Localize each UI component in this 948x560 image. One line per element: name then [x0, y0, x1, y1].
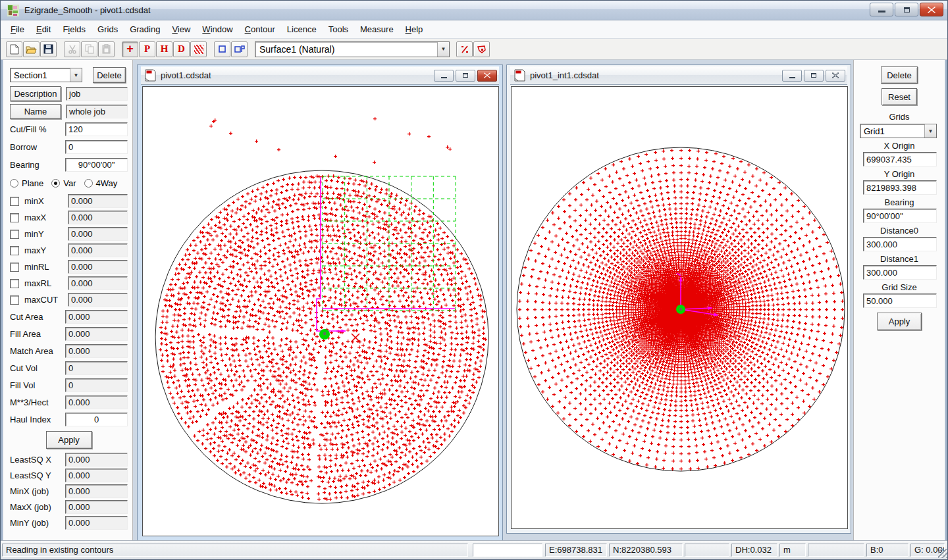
cut-vol-field[interactable]: 0: [65, 361, 128, 375]
m-3-hect-field[interactable]: 0.000: [65, 395, 128, 409]
grid-flag-button[interactable]: [231, 41, 248, 57]
toolbar-plus-button[interactable]: +: [122, 41, 138, 57]
open-file-button[interactable]: [23, 41, 40, 57]
match-area-field[interactable]: 0.000: [65, 344, 128, 358]
grid-size-field[interactable]: 50.000: [863, 293, 937, 308]
menu-fields[interactable]: Fields: [57, 21, 92, 38]
menu-view[interactable]: View: [166, 21, 196, 38]
maxY-checkbox[interactable]: [10, 246, 19, 255]
maxY-field[interactable]: 0.000: [68, 243, 128, 257]
resize-grip[interactable]: [938, 549, 947, 558]
toolbar-P-button[interactable]: P: [139, 41, 155, 57]
distance1-field[interactable]: 300.000: [863, 265, 937, 280]
surface-combo[interactable]: Surface1 (Natural) ▼: [255, 41, 450, 57]
menu-contour[interactable]: Contour: [239, 21, 281, 38]
description-field[interactable]: job: [66, 87, 128, 101]
leastsq-y-field[interactable]: 0.000: [65, 469, 128, 482]
maxRL-checkbox[interactable]: [10, 279, 19, 288]
minX-label: minX: [24, 196, 68, 206]
maxx-job--field[interactable]: 0.000: [65, 500, 128, 514]
cut-button[interactable]: [64, 41, 80, 57]
grid-combo[interactable]: Grid1 ▼: [860, 124, 937, 138]
haul-index-field[interactable]: 0: [65, 413, 128, 426]
grid-square-button[interactable]: [214, 41, 230, 57]
child1-minimize-button[interactable]: [434, 70, 454, 82]
name-field[interactable]: whole job: [66, 105, 128, 118]
menu-help[interactable]: Help: [400, 21, 429, 38]
miny-job--field[interactable]: 0.000: [65, 516, 128, 530]
child2-minimize-button[interactable]: [782, 70, 802, 82]
fill-vol-field[interactable]: 0: [65, 378, 128, 392]
minY-checkbox[interactable]: [10, 230, 19, 239]
bearing-field[interactable]: 90°00'00": [65, 158, 128, 172]
minX-field[interactable]: 0.000: [68, 194, 128, 208]
y-origin-field[interactable]: 8219893.398: [863, 180, 937, 195]
name-button[interactable]: Name: [10, 104, 61, 119]
menu-licence[interactable]: Licence: [281, 21, 323, 38]
restore-button[interactable]: [895, 3, 918, 16]
minx-job--field[interactable]: 0.000: [65, 484, 128, 498]
menu-tools[interactable]: Tools: [323, 21, 354, 38]
bearing-label: Bearing: [10, 160, 65, 170]
toolbar-H-button[interactable]: H: [156, 41, 172, 57]
copy-button[interactable]: [81, 41, 97, 57]
child1-close-button[interactable]: [477, 70, 497, 82]
minX-checkbox[interactable]: [10, 197, 19, 206]
chevron-down-icon[interactable]: ▼: [924, 124, 936, 138]
chevron-down-icon[interactable]: ▼: [70, 68, 82, 82]
menu-grids[interactable]: Grids: [92, 21, 124, 38]
section-combo[interactable]: Section1 ▼: [10, 68, 82, 82]
paste-button[interactable]: [98, 41, 115, 57]
chevron-down-icon[interactable]: ▼: [437, 42, 449, 57]
description-button[interactable]: Description: [10, 86, 61, 101]
maxX-field[interactable]: 0.000: [68, 211, 128, 224]
cut-area-field[interactable]: 0.000: [65, 310, 128, 324]
minRL-checkbox[interactable]: [10, 263, 19, 272]
boundary-button[interactable]: [473, 41, 490, 57]
child1-restore-button[interactable]: [456, 70, 475, 82]
section-apply-button[interactable]: Apply: [46, 431, 92, 449]
x-origin-field[interactable]: 699037.435: [863, 152, 937, 166]
maxX-checkbox[interactable]: [10, 213, 19, 222]
close-button[interactable]: [920, 3, 943, 16]
radio-var[interactable]: Var: [51, 178, 76, 188]
borrow-field[interactable]: 0: [65, 140, 128, 154]
maxRL-field[interactable]: 0.000: [68, 276, 128, 290]
maxCUT-checkbox[interactable]: [10, 295, 19, 305]
grid-reset-button[interactable]: Reset: [882, 88, 917, 105]
minimize-button[interactable]: [870, 3, 893, 16]
status-segment-0[interactable]: [473, 544, 542, 557]
child2-close-button[interactable]: [826, 70, 845, 82]
save-button[interactable]: [40, 41, 57, 57]
minRL-field[interactable]: 0.000: [68, 260, 128, 274]
slope-button[interactable]: [456, 41, 473, 57]
menu-file[interactable]: File: [5, 21, 30, 38]
child2-restore-button[interactable]: [804, 70, 824, 82]
distance0-field[interactable]: 300.000: [863, 237, 937, 251]
leastsq-x-field[interactable]: 0.000: [65, 453, 128, 467]
section-delete-button[interactable]: Delete: [93, 67, 126, 83]
toolbar-D-button[interactable]: D: [173, 41, 190, 57]
status-segment-4: DH:0.032: [731, 544, 777, 557]
menu-grading[interactable]: Grading: [124, 21, 166, 38]
cut-fill-pct-field[interactable]: 120: [65, 122, 128, 136]
menu-window[interactable]: Window: [196, 21, 238, 38]
grid-apply-button[interactable]: Apply: [877, 313, 922, 330]
child2-title-bar[interactable]: pivot1_int1.cdsdat: [510, 66, 847, 85]
radio-4way[interactable]: 4Way: [84, 178, 118, 188]
hatch-button[interactable]: [190, 41, 207, 57]
pivot1-plot-canvas[interactable]: [143, 87, 498, 536]
menu-measure[interactable]: Measure: [354, 21, 400, 38]
maxCUT-field[interactable]: 0.000: [68, 293, 128, 307]
new-file-button[interactable]: [6, 41, 22, 57]
minY-field[interactable]: 0.000: [68, 227, 128, 241]
child1-title-bar[interactable]: pivot1.cdsdat: [141, 66, 499, 85]
fill-area-field[interactable]: 0.000: [65, 327, 128, 341]
fill-area-label: Fill Area: [10, 329, 65, 339]
distance0-label: Distance0: [854, 226, 945, 236]
radio-plane[interactable]: Plane: [10, 178, 43, 188]
bearing-field[interactable]: 90°00'00": [863, 209, 937, 223]
grid-delete-button[interactable]: Delete: [881, 66, 918, 84]
pivot1-int1-plot-canvas[interactable]: [512, 87, 847, 528]
menu-edit[interactable]: Edit: [30, 21, 57, 38]
